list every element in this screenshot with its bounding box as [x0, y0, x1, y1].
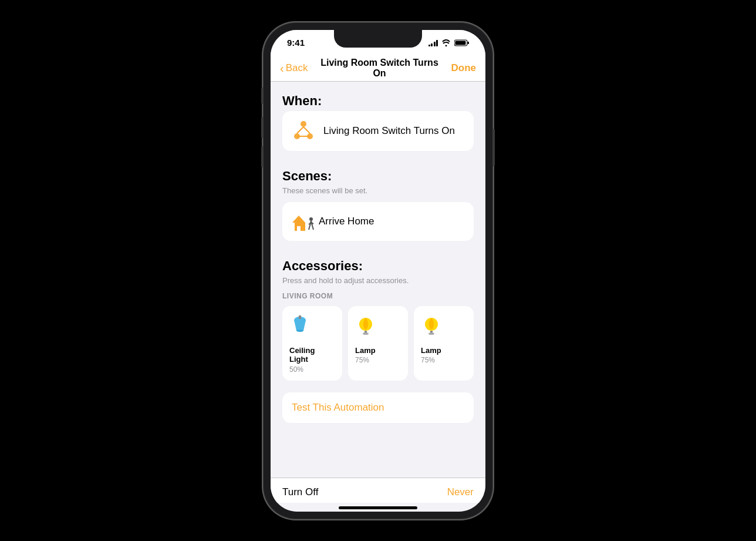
- back-chevron-icon: ‹: [280, 62, 284, 75]
- ceiling-light-value: 50%: [289, 365, 303, 374]
- trigger-icon: [292, 119, 315, 143]
- test-automation-label: Test This Automation: [292, 402, 384, 413]
- when-section: When:: [271, 82, 485, 151]
- accessories-grid: Ceiling Light 50%: [282, 306, 474, 381]
- svg-line-17: [312, 226, 313, 230]
- svg-point-13: [309, 217, 313, 221]
- lamp-2-name: Lamp: [421, 346, 441, 355]
- volume-down-button[interactable]: [261, 146, 264, 167]
- lamp-2-value: 75%: [421, 356, 435, 364]
- svg-line-7: [303, 127, 310, 133]
- scenes-subtitle: These scenes will be set.: [282, 186, 474, 195]
- scenes-title: Scenes:: [282, 169, 474, 184]
- svg-line-16: [309, 226, 310, 230]
- lamp-1-value: 75%: [355, 356, 369, 364]
- trigger-label: Living Room Switch Turns On: [323, 125, 455, 137]
- svg-rect-2: [455, 41, 466, 45]
- scroll-content[interactable]: When:: [271, 82, 485, 478]
- room-label: LIVING ROOM: [282, 292, 474, 300]
- nav-bar: ‹ Back Living Room Switch Turns On Done: [271, 56, 485, 82]
- lamp-1-icon: [355, 314, 376, 340]
- svg-rect-12: [297, 226, 301, 231]
- arrive-home-icon: [292, 211, 318, 232]
- wifi-icon: [441, 39, 451, 46]
- accessory-ceiling-light[interactable]: Ceiling Light 50%: [282, 306, 342, 381]
- done-button[interactable]: Done: [451, 62, 477, 74]
- homekit-trigger-icon: [292, 120, 315, 142]
- nav-title: Living Room Switch Turns On: [313, 58, 445, 79]
- trigger-card[interactable]: Living Room Switch Turns On: [282, 111, 474, 151]
- scenes-section: Scenes: These scenes will be set.: [271, 157, 485, 241]
- scene-icon: [292, 210, 319, 233]
- lamp-2-icon: [421, 314, 442, 340]
- accessory-lamp-1[interactable]: Lamp 75%: [348, 306, 408, 381]
- mute-button[interactable]: [261, 88, 264, 104]
- accessory-lamp-2[interactable]: Lamp 75%: [414, 306, 474, 381]
- turn-off-label: Turn Off: [282, 486, 318, 498]
- ceiling-light-name: Ceiling Light: [289, 346, 335, 364]
- ceiling-light-icon: [289, 314, 310, 340]
- scene-card[interactable]: Arrive Home: [282, 202, 474, 241]
- accessories-title: Accessories:: [282, 258, 474, 274]
- power-button[interactable]: [492, 129, 495, 166]
- accessories-subtitle: Press and hold to adjust accessories.: [282, 276, 474, 285]
- test-automation-card[interactable]: Test This Automation: [282, 392, 474, 423]
- svg-line-6: [297, 127, 303, 133]
- svg-marker-21: [294, 320, 306, 331]
- battery-icon: [454, 39, 469, 46]
- notch: [334, 30, 422, 48]
- phone-screen: 9:41: [271, 30, 485, 512]
- back-button[interactable]: ‹ Back: [280, 62, 308, 75]
- svg-point-29: [428, 332, 434, 335]
- never-button[interactable]: Never: [447, 486, 474, 498]
- home-indicator: [339, 506, 417, 509]
- lamp-1-name: Lamp: [355, 346, 376, 355]
- svg-point-3: [301, 121, 306, 127]
- test-automation-button[interactable]: Test This Automation: [282, 392, 474, 423]
- svg-point-26: [363, 332, 369, 335]
- status-time: 9:41: [287, 38, 305, 48]
- status-icons: [428, 39, 470, 46]
- svg-rect-23: [299, 315, 301, 319]
- signal-icon: [428, 39, 438, 46]
- phone-frame: 9:41: [264, 23, 492, 519]
- scene-label: Arrive Home: [319, 216, 374, 227]
- accessories-section: Accessories: Press and hold to adjust ac…: [271, 247, 485, 381]
- bottom-bar: Turn Off Never: [271, 478, 485, 503]
- when-title: When:: [282, 93, 474, 109]
- back-label: Back: [286, 62, 308, 74]
- svg-point-22: [296, 330, 303, 332]
- volume-up-button[interactable]: [261, 117, 264, 138]
- svg-marker-10: [292, 216, 305, 223]
- svg-rect-1: [468, 42, 470, 44]
